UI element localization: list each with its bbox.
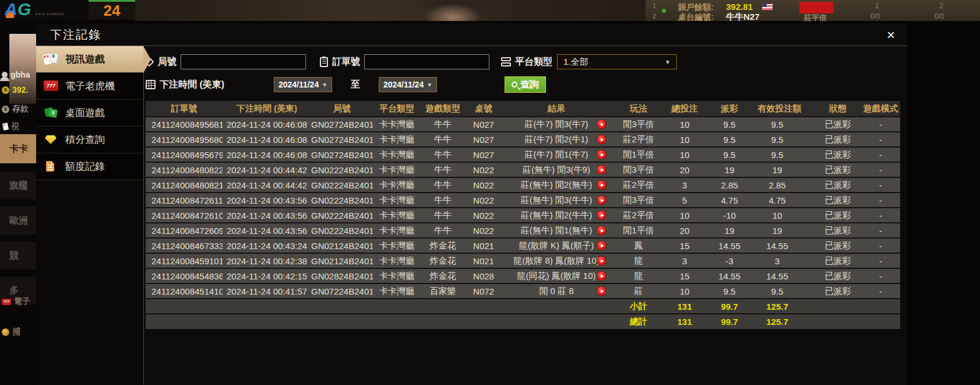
cell-play: 龍 [611, 253, 667, 268]
platform-type-select[interactable]: 1.全部 ▼ [557, 54, 677, 69]
cell-valid: 4.75 [756, 192, 815, 208]
menu-label: 電子老虎機 [65, 79, 115, 93]
result-text: 莊(無牛) 閒3(牛牛) [521, 195, 593, 205]
replay-button[interactable] [597, 241, 607, 251]
result-text: 莊(無牛) 閒2(牛牛) [521, 210, 593, 220]
chevron-down-icon: ▼ [665, 59, 671, 65]
table-totals: 小計 131 99.7 125.7 總計 131 99.7 1 [146, 299, 900, 329]
cell-payout: 19 [712, 223, 756, 238]
round-number-input[interactable] [181, 54, 306, 69]
search-button[interactable]: 查詢 [505, 76, 546, 93]
cell-payout: 4.75 [712, 192, 756, 208]
clipboard-icon [320, 57, 328, 67]
cell-table: N021 [465, 238, 502, 253]
result-text: 龍(同花) 鳳(散牌 10) [517, 271, 596, 281]
odds-2: 0/0 [935, 12, 944, 20]
cell-result: 莊(無牛) 閒3(牛9) [502, 162, 611, 177]
balance-row: $ 392. [2, 85, 28, 94]
cell-round: GN02224B24016 [311, 177, 373, 192]
cell-time: 2024-11-24 00:43:56 [223, 192, 311, 208]
cell-table: N022 [465, 177, 502, 192]
cell-payout: 14.55 [712, 238, 756, 253]
order-number-label: 訂單號 [332, 56, 360, 68]
cell-payout: 14.55 [712, 268, 756, 284]
cell-round: GN02124B2401O [311, 253, 373, 268]
order-number-input[interactable] [364, 54, 489, 69]
table-row: 2411240084808222024-11-24 00:44:42GN0222… [146, 162, 900, 177]
cell-order: 241124008451410 [146, 284, 223, 299]
replay-button[interactable] [597, 165, 607, 175]
replay-button[interactable] [597, 135, 607, 145]
odds-1: 0/0 [870, 12, 880, 20]
deposit-label: 存款 [12, 104, 29, 114]
cell-total: 3 [667, 253, 712, 268]
cell-play: 鳳 [611, 238, 667, 253]
cell-total: 10 [667, 147, 712, 162]
cell-game: 炸金花 [421, 268, 465, 284]
menu-item-points[interactable]: 積分查詢 [36, 127, 143, 153]
column-header: 遊戲類型 [421, 101, 465, 117]
replay-button[interactable] [597, 195, 607, 205]
result-text: 莊(牛7) 閒1(牛7) [524, 149, 588, 159]
online-dot-icon [662, 9, 666, 13]
cell-result: 龍(散牌 8) 鳳(散牌 10) [502, 253, 611, 268]
cell-table: N028 [465, 268, 502, 284]
bet-type-label: 莊平倍 [804, 13, 827, 21]
replay-button[interactable] [597, 286, 607, 296]
replay-button[interactable] [597, 120, 607, 130]
date-from-picker[interactable]: 2024/11/24 ▼ [274, 77, 332, 92]
replay-button[interactable] [597, 226, 607, 236]
chevron-down-icon: ▼ [426, 82, 432, 88]
replay-button[interactable] [597, 256, 607, 266]
cell-play: 閒1平倍 [611, 147, 667, 162]
close-icon[interactable]: × [883, 27, 899, 43]
menu-item-quota-records[interactable]: 額度記錄 [36, 153, 143, 180]
cell-platform: 卡卡灣廳 [373, 208, 421, 223]
cell-total: 15 [667, 238, 712, 253]
slots-label: 電子 [14, 296, 30, 307]
column-header: 派彩 [712, 101, 756, 117]
cell-status: 已派彩 [815, 268, 861, 284]
cell-payout: -10 [712, 208, 756, 223]
table-row: 2411240084673332024-11-24 00:43:24GN0212… [146, 238, 900, 253]
table-row: 2411240084956802024-11-24 00:46:08GN0272… [146, 132, 900, 147]
modal-title: 下注記錄 [50, 27, 101, 43]
subtotal-label: 小計 [611, 299, 667, 314]
deposit-icon: $ [2, 106, 9, 113]
replay-button[interactable] [597, 180, 607, 190]
table-row: 2411240084726102024-11-24 00:43:56GN0222… [146, 208, 900, 223]
column-header: 結果 [502, 101, 611, 117]
replay-button[interactable] [597, 211, 607, 220]
filter-row-1: 局號 訂單號 平台類型 1.全部 [146, 53, 900, 71]
menu-item-video-games[interactable]: K♥ 9 視訊遊戲 [36, 46, 143, 73]
sidebar-balance: 392. [12, 85, 28, 94]
table-row: 2411240084591012024-11-24 00:42:38GN0212… [146, 253, 900, 268]
cell-mode: - [861, 284, 900, 299]
replay-button[interactable] [597, 271, 607, 281]
cell-platform: 卡卡灣廳 [373, 268, 421, 284]
cell-platform: 卡卡灣廳 [373, 117, 421, 132]
cell-round: GN07224B24018 [311, 284, 373, 299]
slots-row: 777 電子 [2, 296, 30, 307]
cell-result: 莊(牛7) 閒1(牛7) [502, 147, 611, 162]
background-sidebar: gbha $ 392. $ 存款 K 視 卡卡 旗艦 歐洲 競 多 777 電子… [0, 21, 36, 385]
menu-item-table-games[interactable]: $ 桌面遊戲 [36, 100, 143, 127]
cell-platform: 卡卡灣廳 [373, 284, 421, 299]
cell-total: 5 [667, 192, 712, 208]
cell-table: N027 [465, 147, 502, 162]
replay-button[interactable] [597, 150, 607, 160]
menu-item-slots[interactable]: 777 電子老虎機 [36, 73, 143, 100]
stat-col-2: 2 [939, 2, 943, 10]
cell-round: GN02224B24015 [311, 192, 373, 208]
empty-cell [815, 299, 861, 314]
subtotal-row: 小計 131 99.7 125.7 [146, 299, 900, 314]
cell-platform: 卡卡灣廳 [373, 253, 421, 268]
slot-icon: 777 [2, 299, 11, 305]
cell-game: 牛牛 [421, 117, 465, 132]
table-games-icon: $ [44, 106, 59, 120]
date-to-picker[interactable]: 2024/11/24 ▼ [379, 77, 437, 92]
cell-game: 牛牛 [421, 132, 465, 147]
cell-status: 已派彩 [815, 223, 861, 238]
cell-result: 莊(牛7) 閒3(牛7) [502, 117, 611, 132]
cell-time: 2024-11-24 00:46:08 [223, 147, 311, 162]
